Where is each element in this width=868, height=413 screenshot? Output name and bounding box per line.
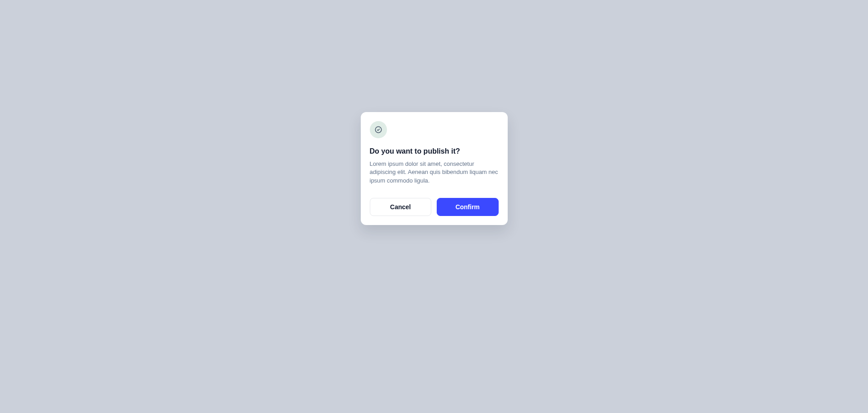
check-circle-icon bbox=[374, 126, 382, 134]
confirm-button[interactable]: Confirm bbox=[437, 198, 499, 216]
modal-description: Lorem ipsum dolor sit amet, consectetur … bbox=[370, 160, 499, 186]
modal-overlay: Do you want to publish it? Lorem ipsum d… bbox=[0, 0, 868, 413]
modal-title: Do you want to publish it? bbox=[370, 146, 499, 156]
publish-confirm-modal: Do you want to publish it? Lorem ipsum d… bbox=[361, 112, 508, 225]
modal-actions: Cancel Confirm bbox=[370, 198, 499, 216]
cancel-button[interactable]: Cancel bbox=[370, 198, 432, 216]
modal-icon-circle bbox=[370, 121, 387, 138]
